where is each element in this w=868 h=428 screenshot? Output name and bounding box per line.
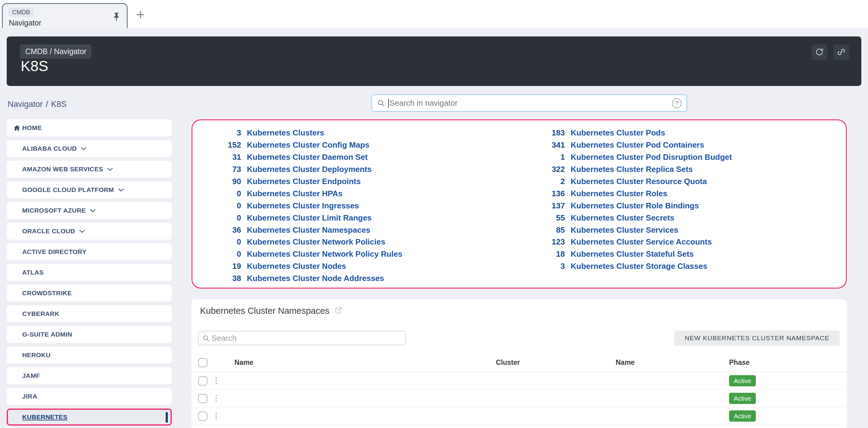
count-row: 136Kubernetes Cluster Roles [531,188,732,200]
count-value: 0 [208,237,241,246]
count-row: 137Kubernetes Cluster Role Bindings [531,200,732,212]
count-link[interactable]: Kubernetes Cluster Service Accounts [571,237,712,246]
table-row[interactable]: Active [191,407,847,425]
count-link[interactable]: Kubernetes Clusters [247,128,324,138]
count-link[interactable]: Kubernetes Cluster Secrets [571,213,674,223]
count-link[interactable]: Kubernetes Cluster Ingresses [247,201,359,210]
refresh-button[interactable] [811,44,827,60]
pin-icon[interactable] [112,12,121,22]
count-row: 90Kubernetes Cluster Endpoints [208,175,402,188]
external-link-icon[interactable] [335,306,343,316]
count-value: 55 [531,213,565,223]
column-header-phase[interactable]: Phase [728,358,847,367]
count-link[interactable]: Kubernetes Cluster Config Maps [247,140,369,150]
navigator-search-input[interactable] [390,98,672,108]
count-link[interactable]: Kubernetes Cluster Role Bindings [571,201,699,210]
select-all-checkbox[interactable] [198,358,207,367]
count-link[interactable]: Kubernetes Cluster Namespaces [247,225,370,235]
count-link[interactable]: Kubernetes Cluster Services [571,225,678,235]
count-row: 55Kubernetes Cluster Secrets [531,212,732,224]
row-checkbox[interactable] [198,376,207,386]
count-value: 73 [208,165,241,174]
copy-link-button[interactable] [833,44,849,60]
count-link[interactable]: Kubernetes Cluster Deployments [247,165,372,174]
row-checkbox[interactable] [198,411,207,421]
sidebar-item-alibaba-cloud[interactable]: ALIBABA CLOUD [7,140,172,157]
count-row: 0Kubernetes Cluster Network Policy Rules [208,248,402,260]
count-link[interactable]: Kubernetes Cluster Pod Containers [571,140,704,150]
count-value: 85 [531,225,565,235]
chevron-down-icon [79,229,85,233]
count-link[interactable]: Kubernetes Cluster Pod Disruption Budget [571,153,732,162]
status-badge: Active [729,375,756,386]
count-value: 90 [208,177,241,186]
count-value: 0 [208,250,241,259]
sidebar-item-kubernetes[interactable]: KUBERNETES [7,408,172,426]
count-value: 3 [208,128,241,138]
tab-app-badge: CMDB [8,8,34,17]
page-title: K8S [21,58,48,74]
breadcrumb-separator: / [46,100,48,109]
count-row: 0Kubernetes Cluster Limit Ranges [208,212,402,224]
sidebar-item-g-suite-admin[interactable]: G-SUITE ADMIN [7,326,172,343]
row-menu-icon[interactable] [212,376,221,386]
count-link[interactable]: Kubernetes Cluster Network Policies [247,237,385,246]
count-link[interactable]: Kubernetes Cluster Pods [571,128,665,138]
sidebar-item-google-cloud-platform[interactable]: GOOGLE CLOUD PLATFORM [7,182,172,198]
sidebar-item-oracle-cloud[interactable]: ORACLE CLOUD [7,223,172,240]
tab-strip: CMDB Navigator + [0,0,868,28]
tab-title: Navigator [9,19,41,27]
sidebar-item-active-directory[interactable]: ACTIVE DIRECTORY [7,243,172,260]
column-header-name-2[interactable]: Name [611,358,728,367]
sidebar-item-crowdstrike[interactable]: CROWDSTRIKE [7,285,172,302]
count-link[interactable]: Kubernetes Cluster Replica Sets [571,165,693,174]
count-link[interactable]: Kubernetes Cluster Daemon Set [247,153,368,162]
count-row: 18Kubernetes Cluster Stateful Sets [531,248,732,260]
count-row: 183Kubernetes Cluster Pods [531,127,732,139]
count-link[interactable]: Kubernetes Cluster Resource Quota [571,177,707,186]
count-link[interactable]: Kubernetes Cluster Limit Ranges [247,213,372,223]
row-checkbox[interactable] [198,394,207,403]
sidebar-item-jira[interactable]: JIRA [7,388,172,405]
refresh-icon [815,47,824,57]
count-value: 18 [531,250,565,259]
sidebar-item-cyberark[interactable]: CYBERARK [7,305,172,322]
new-tab-button[interactable]: + [133,7,148,22]
sidebar-item-heroku[interactable]: HEROKU [7,347,172,364]
count-row: 0Kubernetes Cluster HPAs [208,188,402,200]
count-row: 322Kubernetes Cluster Replica Sets [531,163,732,175]
search-icon [377,99,385,107]
column-header-name[interactable]: Name [226,358,492,367]
count-link[interactable]: Kubernetes Cluster Endpoints [247,177,361,186]
count-link[interactable]: Kubernetes Cluster Stateful Sets [571,250,694,259]
sidebar-item-home[interactable]: HOME [7,120,172,136]
table-search-input[interactable] [212,333,402,343]
search-icon [202,334,210,342]
table-row[interactable]: Active [191,372,847,390]
header-actions [811,44,849,60]
navigator-search: ? [372,95,687,112]
new-namespace-button[interactable]: NEW KUBERNETES CLUSTER NAMESPACE [674,330,840,346]
count-link[interactable]: Kubernetes Cluster Roles [571,189,667,198]
row-menu-icon[interactable] [212,411,221,421]
count-link[interactable]: Kubernetes Cluster Node Addresses [247,274,384,283]
row-menu-icon[interactable] [212,393,221,404]
sidebar-item-amazon-web-services[interactable]: AMAZON WEB SERVICES [7,161,172,178]
count-row: 123Kubernetes Cluster Service Accounts [531,236,732,248]
help-icon[interactable]: ? [672,98,682,108]
column-header-cluster[interactable]: Cluster [492,358,611,367]
tab-cmdb-navigator[interactable]: CMDB Navigator [2,3,128,28]
count-link[interactable]: Kubernetes Cluster HPAs [247,189,343,198]
table-row[interactable]: Active [191,390,847,407]
count-row: 0Kubernetes Cluster Network Policies [208,236,402,248]
selection-indicator [166,412,168,423]
sidebar-item-microsoft-azure[interactable]: MICROSOFT AZURE [7,202,172,219]
counts-column-left: 3Kubernetes Clusters 152Kubernetes Clust… [208,127,402,285]
count-link[interactable]: Kubernetes Cluster Network Policy Rules [247,250,402,259]
breadcrumb-section[interactable]: Navigator [8,100,43,109]
count-row: 1Kubernetes Cluster Pod Disruption Budge… [531,151,732,163]
sidebar-item-jamf[interactable]: JAMF [7,367,172,384]
sidebar-item-atlas[interactable]: ATLAS [7,264,172,281]
count-link[interactable]: Kubernetes Cluster Storage Classes [571,262,707,271]
count-link[interactable]: Kubernetes Cluster Nodes [247,262,346,271]
